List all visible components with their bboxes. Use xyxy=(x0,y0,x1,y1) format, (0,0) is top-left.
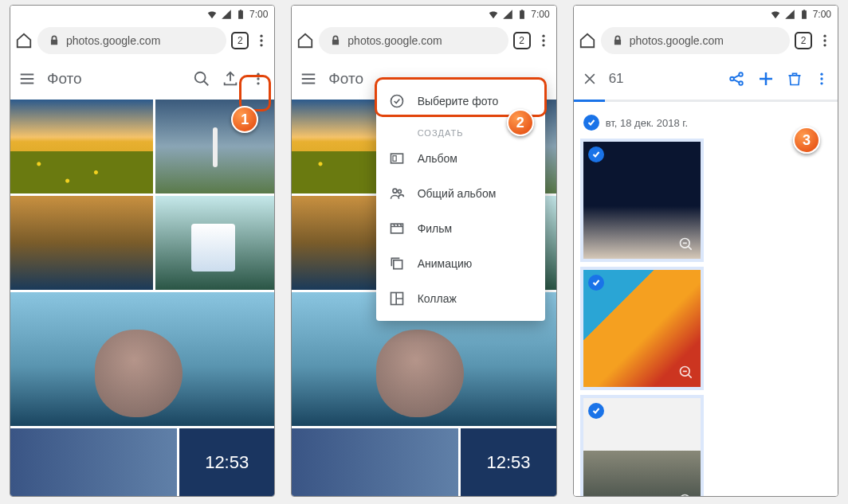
check-icon xyxy=(588,403,604,419)
trash-icon[interactable] xyxy=(787,71,803,87)
selected-thumb[interactable] xyxy=(580,267,704,390)
phone-screen-3: 7:00 photos.google.com 2 61 вт, 18 дек. … xyxy=(573,5,838,497)
hamburger-icon[interactable] xyxy=(300,70,317,88)
status-time: 7:00 xyxy=(813,9,831,20)
status-bar: 7:00 xyxy=(292,6,556,23)
home-icon[interactable] xyxy=(296,32,314,49)
check-icon xyxy=(588,275,604,291)
battery-icon xyxy=(235,9,246,20)
svg-point-14 xyxy=(398,189,401,193)
menu-label: Коллаж xyxy=(418,292,457,305)
app-title: Фото xyxy=(47,70,82,88)
svg-point-20 xyxy=(823,44,826,46)
svg-point-1 xyxy=(261,39,263,41)
url-bar[interactable]: photos.google.com xyxy=(37,27,226,54)
callout-badge-2: 2 xyxy=(507,109,534,136)
photo-thumb[interactable] xyxy=(10,428,177,496)
share-icon[interactable] xyxy=(728,70,745,88)
svg-point-9 xyxy=(542,44,544,46)
close-icon[interactable] xyxy=(582,71,598,87)
browser-toolbar: photos.google.com 2 xyxy=(10,23,274,58)
photo-thumb[interactable] xyxy=(10,292,274,426)
tab-switcher[interactable]: 2 xyxy=(231,32,249,49)
url-bar[interactable]: photos.google.com xyxy=(601,27,790,54)
wifi-icon xyxy=(770,9,781,20)
phone-screen-1: 7:00 photos.google.com 2 Фото 12: xyxy=(10,5,275,497)
svg-point-26 xyxy=(820,82,822,84)
signal-icon xyxy=(784,9,795,20)
menu-movie[interactable]: Фильм xyxy=(376,211,545,246)
callout-badge-3: 3 xyxy=(793,127,820,154)
signal-icon xyxy=(221,9,232,20)
selection-app-bar: 61 xyxy=(574,58,838,100)
animation-icon xyxy=(389,256,405,272)
more-icon[interactable] xyxy=(814,71,830,87)
photo-thumb[interactable] xyxy=(10,196,153,290)
svg-point-10 xyxy=(391,96,402,107)
browser-menu-icon[interactable] xyxy=(817,33,833,49)
browser-menu-icon[interactable] xyxy=(536,33,552,49)
check-circle-icon xyxy=(389,93,405,109)
status-time: 7:00 xyxy=(531,9,549,20)
menu-collage[interactable]: Коллаж xyxy=(376,281,545,316)
photo-thumb[interactable] xyxy=(155,196,274,290)
svg-point-8 xyxy=(542,39,544,41)
lock-icon xyxy=(612,35,623,46)
photo-thumb[interactable]: 12:53 xyxy=(179,428,274,496)
wifi-icon xyxy=(488,9,499,20)
home-icon[interactable] xyxy=(15,32,33,49)
app-bar: Фото xyxy=(10,58,274,100)
more-icon[interactable] xyxy=(250,71,266,87)
lock-icon xyxy=(330,35,341,46)
photo-thumb[interactable] xyxy=(292,428,458,496)
movie-icon xyxy=(389,221,405,236)
search-icon[interactable] xyxy=(193,70,210,88)
menu-shared-album[interactable]: Общий альбом xyxy=(376,176,545,211)
svg-point-6 xyxy=(257,82,260,84)
clock-widget: 12:53 xyxy=(205,452,249,473)
svg-point-0 xyxy=(261,35,263,37)
status-time: 7:00 xyxy=(249,9,268,20)
zoom-icon[interactable] xyxy=(678,236,694,252)
photo-thumb[interactable] xyxy=(10,100,153,193)
upload-icon[interactable] xyxy=(222,70,239,88)
selected-thumb[interactable] xyxy=(580,395,704,496)
hamburger-icon[interactable] xyxy=(18,70,36,88)
menu-label: Фильм xyxy=(418,222,453,235)
svg-point-13 xyxy=(393,189,397,193)
zoom-icon[interactable] xyxy=(678,365,694,381)
url-bar[interactable]: photos.google.com xyxy=(319,27,508,54)
svg-point-2 xyxy=(261,44,263,46)
home-icon[interactable] xyxy=(579,32,596,49)
shared-album-icon xyxy=(389,186,405,201)
status-bar: 7:00 xyxy=(574,6,838,23)
photo-thumb[interactable]: 12:53 xyxy=(461,428,556,496)
add-icon[interactable] xyxy=(756,69,775,88)
menu-album[interactable]: Альбом xyxy=(376,141,545,176)
signal-icon xyxy=(502,9,513,20)
svg-point-25 xyxy=(820,77,822,80)
selection-count: 61 xyxy=(609,71,624,87)
svg-point-19 xyxy=(823,39,826,41)
tab-switcher[interactable]: 2 xyxy=(795,32,812,49)
menu-label: Выберите фото xyxy=(418,95,499,107)
tab-switcher[interactable]: 2 xyxy=(513,32,531,49)
selected-thumb[interactable] xyxy=(580,139,704,262)
menu-animation[interactable]: Анимацию xyxy=(376,246,545,281)
menu-label: Анимацию xyxy=(418,257,473,270)
zoom-icon[interactable] xyxy=(678,493,694,496)
battery-icon xyxy=(799,9,810,20)
album-icon xyxy=(389,150,405,166)
menu-label: Общий альбом xyxy=(418,187,497,200)
collage-icon xyxy=(389,291,405,307)
status-bar: 7:00 xyxy=(10,6,274,23)
svg-point-5 xyxy=(257,77,260,80)
svg-point-3 xyxy=(195,72,206,83)
svg-point-7 xyxy=(542,35,544,37)
browser-menu-icon[interactable] xyxy=(253,33,269,49)
battery-icon xyxy=(516,9,528,20)
url-text: photos.google.com xyxy=(347,34,442,47)
browser-toolbar: photos.google.com 2 xyxy=(574,23,838,58)
app-title: Фото xyxy=(328,70,363,88)
svg-rect-16 xyxy=(393,260,402,269)
